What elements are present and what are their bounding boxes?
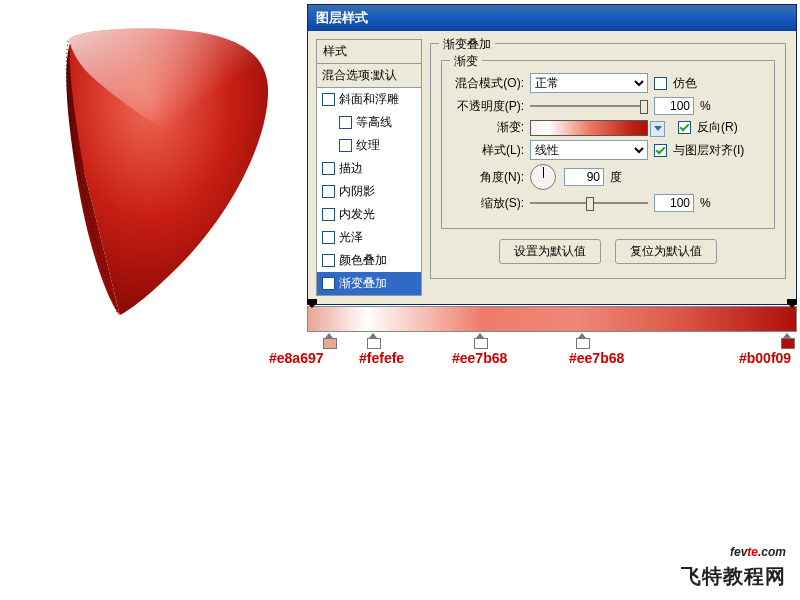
make-default-button[interactable]: 设置为默认值 [499, 239, 601, 264]
checkbox-icon[interactable] [322, 277, 335, 290]
color-labels: #e8a697 #fefefe #ee7b68 #ee7b68 #b00f09 [307, 350, 797, 372]
dialog-titlebar[interactable]: 图层样式 [308, 5, 796, 31]
color-stop-icon[interactable] [474, 333, 486, 347]
style-inner-glow[interactable]: 内发光 [317, 203, 421, 226]
checkbox-icon[interactable] [322, 93, 335, 106]
style-label: 纹理 [356, 137, 380, 154]
color-hex-label: #fefefe [359, 350, 404, 366]
panel-title: 渐变叠加 [439, 36, 495, 53]
opacity-stop-icon[interactable] [307, 299, 317, 307]
align-checkbox[interactable] [654, 144, 667, 157]
group-title: 渐变 [450, 53, 482, 70]
style-label: 等高线 [356, 114, 392, 131]
style-label: 光泽 [339, 229, 363, 246]
style-satin[interactable]: 光泽 [317, 226, 421, 249]
style-label-row: 样式(L): [452, 142, 524, 159]
styles-header: 样式 [317, 40, 421, 64]
color-hex-label: #ee7b68 [569, 350, 624, 366]
style-texture[interactable]: 纹理 [317, 134, 421, 157]
opacity-slider[interactable] [530, 98, 648, 114]
gradient-swatch[interactable] [530, 120, 648, 136]
blend-mode-select[interactable]: 正常 [530, 73, 648, 93]
color-stop-icon[interactable] [576, 333, 588, 347]
style-contour[interactable]: 等高线 [317, 111, 421, 134]
scale-input[interactable] [654, 194, 694, 212]
style-stroke[interactable]: 描边 [317, 157, 421, 180]
align-label: 与图层对齐(I) [673, 142, 744, 159]
dither-checkbox[interactable] [654, 77, 667, 90]
percent-label: % [700, 99, 711, 113]
styles-list: 样式 混合选项:默认 斜面和浮雕 等高线 纹理 描边 内阴影 内发光 光泽 颜色… [316, 39, 422, 296]
checkbox-icon[interactable] [322, 231, 335, 244]
angle-label: 角度(N): [452, 169, 524, 186]
checkbox-icon[interactable] [339, 139, 352, 152]
style-label: 斜面和浮雕 [339, 91, 399, 108]
brand-cn: 飞特教程网 [681, 563, 786, 590]
chevron-down-icon[interactable] [650, 121, 665, 137]
angle-input[interactable] [564, 168, 604, 186]
percent-label-2: % [700, 196, 711, 210]
style-gradient-overlay[interactable]: 渐变叠加 [317, 272, 421, 295]
style-label: 内发光 [339, 206, 375, 223]
brand-domain: fevte.com [681, 532, 786, 563]
opacity-label: 不透明度(P): [452, 98, 524, 115]
blending-options-label: 混合选项:默认 [322, 67, 397, 84]
gradient-editor-strip: #e8a697 #fefefe #ee7b68 #ee7b68 #b00f09 [307, 300, 797, 372]
color-hex-label: #ee7b68 [452, 350, 507, 366]
artwork-preview [30, 15, 290, 325]
opacity-stop-icon[interactable] [787, 299, 797, 307]
checkbox-icon[interactable] [322, 185, 335, 198]
scale-label: 缩放(S): [452, 195, 524, 212]
gradient-label: 渐变: [452, 119, 524, 136]
color-stop-icon[interactable] [367, 333, 379, 347]
style-label: 渐变叠加 [339, 275, 387, 292]
dither-label: 仿色 [673, 75, 697, 92]
style-label: 内阴影 [339, 183, 375, 200]
gradient-bar[interactable] [307, 306, 797, 332]
checkbox-icon[interactable] [322, 162, 335, 175]
degree-label: 度 [610, 169, 622, 186]
checkbox-icon[interactable] [322, 254, 335, 267]
style-inner-shadow[interactable]: 内阴影 [317, 180, 421, 203]
style-label: 描边 [339, 160, 363, 177]
style-bevel[interactable]: 斜面和浮雕 [317, 88, 421, 111]
gradient-overlay-panel: 渐变叠加 渐变 混合模式(O): 正常 仿色 不透明度(P): % 渐变: [430, 43, 786, 279]
checkbox-icon[interactable] [322, 208, 335, 221]
reset-default-button[interactable]: 复位为默认值 [615, 239, 717, 264]
watermark: fevte.com 飞特教程网 [681, 532, 786, 590]
style-label: 颜色叠加 [339, 252, 387, 269]
color-hex-label: #e8a697 [269, 350, 324, 366]
blend-mode-label: 混合模式(O): [452, 75, 524, 92]
angle-dial[interactable] [530, 164, 556, 190]
gradient-group: 渐变 混合模式(O): 正常 仿色 不透明度(P): % 渐变: [441, 60, 775, 229]
style-select[interactable]: 线性 [530, 140, 648, 160]
color-hex-label: #b00f09 [739, 350, 791, 366]
reverse-checkbox[interactable] [678, 121, 691, 134]
color-stop-icon[interactable] [323, 333, 335, 347]
scale-slider[interactable] [530, 195, 648, 211]
reverse-label: 反向(R) [697, 119, 738, 136]
opacity-input[interactable] [654, 97, 694, 115]
checkbox-icon[interactable] [339, 116, 352, 129]
blending-options-row[interactable]: 混合选项:默认 [317, 64, 421, 88]
style-color-overlay[interactable]: 颜色叠加 [317, 249, 421, 272]
layer-style-dialog: 图层样式 样式 混合选项:默认 斜面和浮雕 等高线 纹理 描边 内阴影 内发光 … [307, 4, 797, 305]
color-stop-icon[interactable] [781, 333, 793, 347]
